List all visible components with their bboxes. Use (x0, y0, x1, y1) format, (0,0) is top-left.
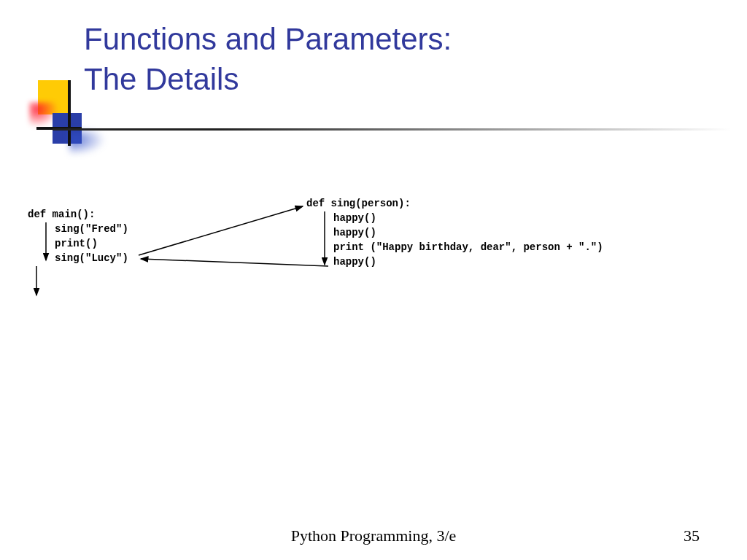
code-diagram: def main(): sing("Fred") print() sing("L… (22, 193, 722, 317)
slide-title: Functions and Parameters: The Details (84, 20, 452, 99)
footer-text: Python Programming, 3/e (0, 526, 747, 545)
slide-logo (29, 80, 88, 149)
svg-line-4 (139, 206, 303, 255)
logo-blue-blur (69, 130, 106, 155)
page-number: 35 (684, 526, 700, 545)
title-line-1: Functions and Parameters: (84, 22, 452, 56)
title-line-2: The Details (84, 62, 239, 96)
title-underline (53, 128, 731, 131)
svg-line-5 (141, 259, 328, 266)
arrows-svg (22, 193, 722, 317)
logo-vertical-bar (68, 80, 71, 146)
